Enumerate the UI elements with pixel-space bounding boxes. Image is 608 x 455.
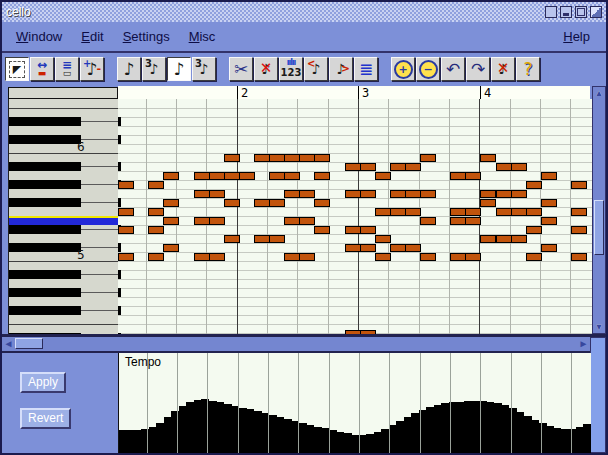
select-tool[interactable]: ◤ (5, 57, 29, 81)
black-key[interactable] (9, 306, 81, 315)
note[interactable] (194, 172, 210, 180)
note[interactable] (314, 172, 330, 180)
note[interactable] (194, 190, 210, 198)
note[interactable] (465, 253, 481, 261)
shift-right-button[interactable]: ♪> (329, 57, 353, 81)
note[interactable] (360, 163, 376, 171)
note[interactable] (314, 199, 330, 207)
note[interactable] (526, 226, 542, 234)
note[interactable] (496, 235, 512, 243)
window-menu-button[interactable] (590, 6, 602, 18)
vertical-scroll-thumb[interactable] (594, 200, 604, 255)
note[interactable] (314, 226, 330, 234)
menu-window[interactable]: Window (16, 29, 62, 44)
note[interactable] (405, 190, 421, 198)
note[interactable] (118, 253, 134, 261)
note[interactable] (420, 217, 436, 225)
black-key[interactable] (9, 243, 81, 252)
note[interactable] (345, 244, 361, 252)
note[interactable] (118, 181, 134, 189)
menu-edit[interactable]: Edit (81, 29, 103, 44)
note[interactable] (299, 154, 315, 162)
note[interactable] (526, 208, 542, 216)
note[interactable] (496, 190, 512, 198)
note[interactable] (224, 235, 240, 243)
note[interactable] (571, 226, 587, 234)
note[interactable] (526, 253, 542, 261)
note[interactable] (496, 163, 512, 171)
note[interactable] (480, 154, 496, 162)
black-key[interactable] (9, 225, 81, 234)
note[interactable] (345, 190, 361, 198)
note[interactable] (148, 226, 164, 234)
note[interactable] (375, 253, 391, 261)
zoom-out-button[interactable]: − (416, 57, 440, 81)
note[interactable] (284, 190, 300, 198)
note[interactable] (375, 235, 391, 243)
note-eighth-button[interactable]: ♪ (117, 57, 141, 81)
note[interactable] (480, 199, 496, 207)
note[interactable] (450, 172, 466, 180)
note[interactable] (390, 190, 406, 198)
note[interactable] (375, 208, 391, 216)
note[interactable] (541, 244, 557, 252)
note[interactable] (224, 172, 240, 180)
note[interactable] (299, 217, 315, 225)
note[interactable] (148, 253, 164, 261)
note[interactable] (571, 181, 587, 189)
note[interactable] (148, 208, 164, 216)
blank-button[interactable] (545, 6, 557, 18)
note[interactable] (405, 163, 421, 171)
note[interactable] (269, 235, 285, 243)
titlebar[interactable]: cello (2, 2, 606, 23)
note[interactable] (450, 253, 466, 261)
horizontal-scrollbar[interactable]: ◄ ► (2, 337, 590, 353)
note[interactable] (239, 172, 255, 180)
note[interactable] (254, 235, 270, 243)
note[interactable] (345, 163, 361, 171)
tempo-curve-chart[interactable]: Tempo (118, 353, 591, 453)
note[interactable] (194, 253, 210, 261)
note[interactable] (314, 154, 330, 162)
note[interactable] (465, 172, 481, 180)
note[interactable] (480, 235, 496, 243)
undo-button[interactable]: ↶ (441, 57, 465, 81)
note[interactable] (148, 181, 164, 189)
black-key[interactable] (9, 288, 81, 297)
note[interactable] (405, 208, 421, 216)
quantize-button[interactable]: ıılıı123 (279, 57, 303, 81)
note[interactable] (450, 208, 466, 216)
note[interactable] (480, 190, 496, 198)
redo-button[interactable]: ↷ (466, 57, 490, 81)
note[interactable] (269, 199, 285, 207)
note[interactable] (511, 208, 527, 216)
note[interactable] (163, 199, 179, 207)
note[interactable] (118, 208, 134, 216)
note[interactable] (405, 244, 421, 252)
note[interactable] (465, 217, 481, 225)
note[interactable] (420, 154, 436, 162)
note[interactable] (360, 190, 376, 198)
cut-button[interactable]: ✂ (229, 57, 253, 81)
note[interactable] (571, 208, 587, 216)
black-key[interactable] (9, 162, 81, 171)
shift-left-button[interactable]: <♪ (304, 57, 328, 81)
note[interactable] (450, 217, 466, 225)
note[interactable] (209, 217, 225, 225)
note[interactable] (541, 172, 557, 180)
maximize-button[interactable] (575, 6, 587, 18)
vertical-scrollbar[interactable]: ▲ ▼ (592, 86, 606, 334)
note[interactable] (194, 217, 210, 225)
note-grid[interactable] (118, 99, 592, 334)
note[interactable] (269, 172, 285, 180)
black-key[interactable] (9, 117, 81, 126)
note[interactable] (209, 172, 225, 180)
note-sixteenth-triplet-button[interactable]: 3♪ (192, 57, 216, 81)
note[interactable] (284, 253, 300, 261)
note[interactable] (284, 217, 300, 225)
event-list-button[interactable]: ≣ (354, 57, 378, 81)
note[interactable] (224, 199, 240, 207)
note[interactable] (209, 190, 225, 198)
black-key[interactable] (9, 135, 81, 144)
note[interactable] (390, 244, 406, 252)
